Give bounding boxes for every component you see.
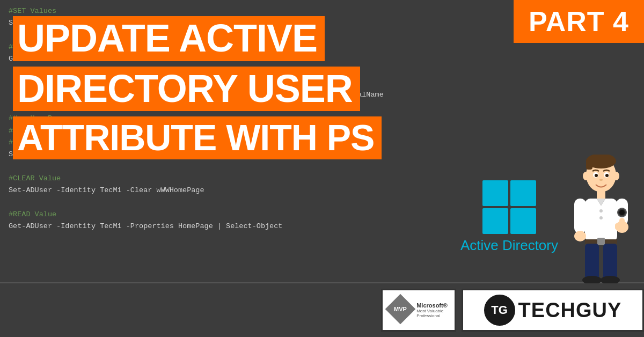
mvp-badge: MVP Microsoft® Most Valuable Professiona… [381,289,456,332]
svg-point-7 [595,174,598,177]
svg-point-4 [613,172,619,180]
mvp-most-valuable-text: Most Valuable [416,309,448,313]
mvp-logo: MVP Microsoft® Most Valuable Professiona… [389,298,448,322]
svg-rect-10 [597,191,605,199]
part-badge: PART 4 [514,0,644,43]
win-pane-tl [482,180,508,206]
svg-rect-18 [619,218,625,230]
svg-point-15 [574,231,586,241]
svg-point-12 [599,209,603,213]
active-directory-label: Active Directory [460,237,558,254]
win-pane-br [510,208,536,234]
character-illustration [564,155,639,273]
svg-point-9 [599,179,603,181]
title-overlay: UPDATE ACTIVE DIRECTORY USER ATTRIBUTE W… [0,0,408,173]
svg-point-8 [605,174,609,177]
svg-point-27 [619,210,625,215]
tg-initials: TG [491,303,508,317]
title-line-2: DIRECTORY USER [13,67,360,112]
tg-circle: TG [484,295,515,326]
techguy-name: TECHGUY [518,299,622,322]
title-line-3: ATTRIBUTE WITH PS [13,116,382,159]
mvp-microsoft-text: Microsoft® [416,302,448,309]
svg-rect-19 [615,223,619,230]
svg-rect-23 [603,244,617,281]
svg-point-3 [583,172,589,180]
title-line-1: UPDATE ACTIVE [13,16,325,61]
windows-logo-area: Active Directory [460,180,558,254]
mvp-professional-text: Professional [416,313,448,318]
bottom-divider [0,282,644,283]
win-pane-tr [510,180,536,206]
svg-rect-22 [585,244,599,281]
win-pane-bl [482,208,508,234]
svg-rect-21 [597,238,605,245]
windows-logo [482,180,536,234]
svg-rect-2 [586,159,592,170]
svg-rect-14 [574,199,586,233]
svg-point-13 [599,216,603,219]
techguy-badge: TG TECHGUY [462,289,644,332]
